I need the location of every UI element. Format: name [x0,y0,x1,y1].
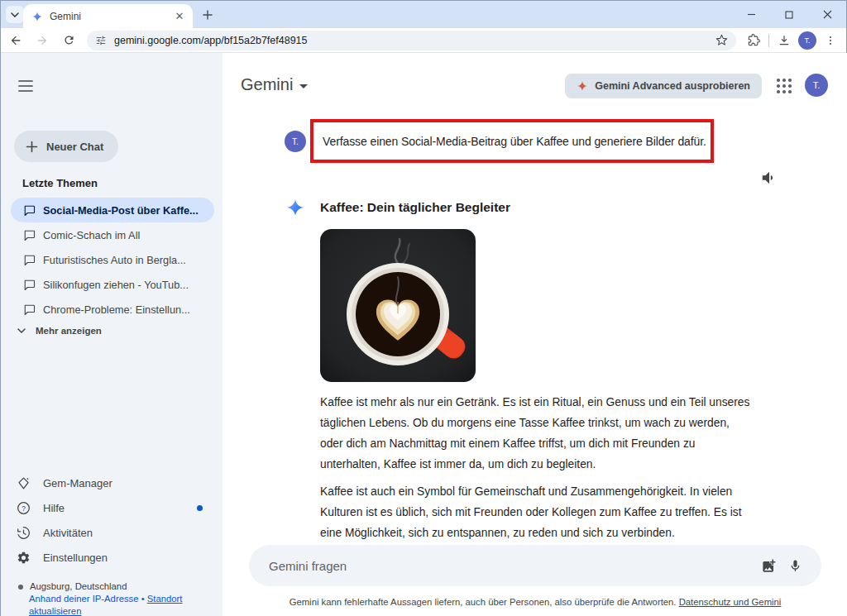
chat-bubble-icon [23,204,36,217]
read-aloud-button[interactable] [760,169,780,189]
chevron-down-icon [17,328,26,333]
chat-item-label: Silikonfugen ziehen - YouTub... [43,279,189,291]
forward-button[interactable] [31,29,54,52]
show-more-label: Mehr anzeigen [36,326,102,336]
kebab-menu-icon [825,35,836,46]
chat-bubble-icon [23,279,36,291]
close-icon [823,10,832,19]
sidebar-item-gem-manager[interactable]: Gem-Manager [11,470,214,495]
model-selector[interactable]: Gemini [241,75,308,94]
sidebar: Neuer Chat Letzte Themen Social-Media-Po… [1,53,223,616]
coffee-cup-illustration [320,229,476,382]
response-paragraph-1: Kaffee ist mehr als nur ein Getränk. Es … [320,392,783,475]
app-title: Gemini [241,75,293,94]
response-title: Kaffee: Dein täglicher Begleiter [320,200,510,215]
prompt-input-bar[interactable] [249,545,821,586]
show-more-button[interactable]: Mehr anzeigen [17,326,102,336]
user-avatar: T. [285,131,306,152]
maximize-icon [785,11,793,19]
browser-tab-gemini[interactable]: Gemini ✕ [23,4,193,28]
sidebar-item-activity[interactable]: Aktivitäten [11,520,214,545]
account-avatar[interactable]: T. [805,74,828,97]
sidebar-item-settings[interactable]: Einstellungen [11,545,214,570]
menu-button[interactable] [16,76,36,96]
sidebar-item-help[interactable]: ? Hilfe [11,495,214,520]
sidebar-item-label: Hilfe [43,502,65,514]
reload-icon [63,34,75,46]
plus-icon [26,141,38,153]
chat-item-chrome-probleme[interactable]: Chrome-Probleme: Einstellun... [11,297,214,322]
minimize-icon [747,10,756,19]
advanced-sparkle-icon [577,80,588,92]
window-controls [732,1,846,28]
browser-menu-button[interactable] [820,30,841,51]
back-arrow-icon [9,34,22,47]
url-bar[interactable]: gemini.google.com/app/bf15a2b7fef48915 [87,31,736,50]
hamburger-icon [18,80,33,92]
close-window-button[interactable] [808,1,846,28]
browser-profile-avatar[interactable]: T. [798,31,816,50]
privacy-link[interactable]: Datenschutz und Gemini [679,597,782,607]
chat-item-silikonfugen[interactable]: Silikonfugen ziehen - YouTub... [11,272,214,297]
chat-bubble-icon [23,229,36,241]
url-text[interactable]: gemini.google.com/app/bf15a2b7fef48915 [114,35,715,46]
download-icon [778,34,791,47]
add-image-icon [761,558,777,574]
minimize-button[interactable] [732,1,770,28]
disclaimer: Gemini kann fehlerhafte Aussagen liefern… [249,597,821,607]
site-settings-icon [95,35,107,46]
chat-item-social-media-post[interactable]: Social-Media-Post über Kaffe... [11,198,214,222]
new-chat-button[interactable]: Neuer Chat [14,131,118,162]
new-chat-label: Neuer Chat [46,141,103,153]
sidebar-item-label: Einstellungen [43,552,108,564]
notification-dot [197,505,203,511]
tab-title: Gemini [50,11,173,22]
chat-item-label: Social-Media-Post über Kaffe... [43,204,199,217]
maximize-button[interactable] [770,1,808,28]
gemini-sparkle-icon [285,198,305,217]
new-tab-button[interactable] [199,7,216,23]
disclaimer-text: Gemini kann fehlerhafte Aussagen liefern… [290,597,677,607]
bookmark-star-icon[interactable] [715,34,728,46]
sidebar-item-label: Aktivitäten [43,527,93,539]
extensions-button[interactable] [743,30,764,51]
chat-bubble-icon [23,254,36,266]
tab-search-button[interactable] [6,6,24,23]
gear-icon [17,551,31,565]
chat-item-futuristisches-auto[interactable]: Futuristisches Auto in Bergla... [11,247,214,272]
upload-image-button[interactable] [755,552,782,579]
chevron-down-icon [11,12,19,17]
downloads-button[interactable] [773,30,795,51]
chevron-down-icon [299,84,308,88]
gemini-app: Neuer Chat Letzte Themen Social-Media-Po… [1,53,847,616]
recent-chats-header: Letzte Themen [22,177,98,189]
recent-chats-list: Social-Media-Post über Kaffe... Comic-Sc… [11,198,214,322]
voice-input-button[interactable] [782,552,808,579]
help-icon: ? [17,501,31,515]
chat-item-label: Chrome-Probleme: Einstellun... [43,303,190,316]
browser-toolbar: gemini.google.com/app/bf15a2b7fef48915 T… [1,28,846,53]
toolbar-right-group: T. [743,30,841,51]
location-separator: • [141,594,145,604]
location-source-link[interactable]: Anhand deiner IP-Adresse [29,594,139,604]
toolbar-divider [768,34,769,47]
main-content: Gemini Gemini Advanced ausprobieren T. T… [223,53,847,616]
response-paragraph-2: Kaffee ist auch ein Symbol für Gemeinsch… [320,481,783,543]
gemini-advanced-button[interactable]: Gemini Advanced ausprobieren [565,74,762,98]
location-info: Augsburg, Deutschland Anhand deiner IP-A… [17,580,209,616]
advanced-button-label: Gemini Advanced ausprobieren [595,80,750,92]
location-dot-icon [17,584,24,590]
prompt-input[interactable] [269,559,755,573]
microphone-icon [788,559,802,573]
gem-icon [17,476,31,490]
chat-item-comic-schach[interactable]: Comic-Schach im All [11,222,214,247]
google-apps-button[interactable] [775,77,793,95]
reload-button[interactable] [57,29,80,52]
generated-coffee-image[interactable] [320,229,476,382]
back-button[interactable] [4,29,27,52]
chat-item-label: Comic-Schach im All [43,229,140,241]
chat-bubble-icon [23,303,36,316]
location-city: Augsburg, Deutschland [30,580,127,593]
extensions-puzzle-icon [748,34,760,46]
tab-close-icon[interactable]: ✕ [173,10,186,23]
